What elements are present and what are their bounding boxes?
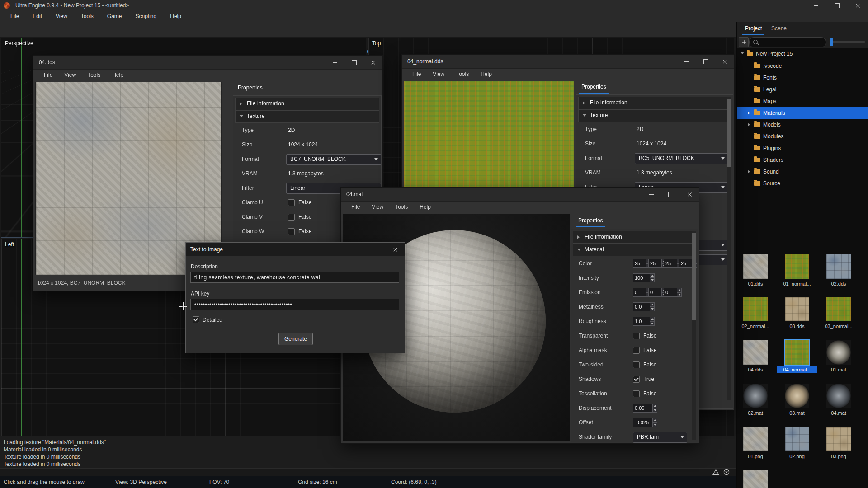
scrollbar[interactable] [727, 97, 731, 400]
scrollbar-thumb[interactable] [692, 233, 696, 320]
window-titlebar[interactable]: 04.dds [33, 56, 382, 70]
thumbnail-04-normal-selected[interactable] [785, 340, 809, 365]
thumbnail-01-dds[interactable] [743, 254, 768, 279]
tree-item-materials[interactable]: Materials [737, 107, 868, 119]
metalness-spinner[interactable]: 0.0 [633, 302, 655, 311]
clamp-u-checkbox[interactable] [288, 199, 295, 206]
maximize-button[interactable] [344, 56, 363, 69]
spin-up-icon[interactable] [677, 288, 682, 292]
scrollbar[interactable] [692, 231, 696, 440]
menu-tools[interactable]: Tools [82, 69, 106, 81]
close-button[interactable] [386, 243, 405, 256]
menu-tools[interactable]: Tools [450, 68, 475, 80]
dialog-titlebar[interactable]: Text to Image [186, 243, 405, 256]
window-titlebar[interactable]: 04.mat [341, 188, 699, 202]
menu-file[interactable]: File [406, 68, 427, 80]
tessellation-checkbox[interactable] [633, 390, 640, 397]
tree-item-legal[interactable]: Legal [737, 84, 868, 95]
close-button[interactable] [680, 188, 699, 201]
spin-up-icon[interactable] [652, 404, 657, 408]
scrollbar-thumb[interactable] [727, 99, 731, 167]
section-texture[interactable]: Texture [578, 109, 731, 122]
menu-edit[interactable]: Edit [26, 11, 49, 22]
tree-item-shaders[interactable]: Shaders [737, 154, 868, 166]
tree-item-maps[interactable]: Maps [737, 95, 868, 107]
tree-item-plugins[interactable]: Plugins [737, 142, 868, 154]
maximize-button[interactable] [826, 0, 847, 11]
thumbnail-03-normal[interactable] [826, 297, 851, 321]
chevron-right-icon[interactable] [748, 170, 750, 174]
spin-down-icon[interactable] [677, 292, 682, 297]
thumbnail-02-dds[interactable] [826, 254, 851, 279]
format-select[interactable]: BC7_UNORM_BLOCK [286, 154, 381, 165]
thumbnail-01-mat[interactable] [826, 340, 851, 365]
tree-item-modules[interactable]: Modules [737, 131, 868, 142]
menu-game[interactable]: Game [100, 11, 129, 22]
spin-down-icon[interactable] [652, 422, 657, 427]
displacement-spinner[interactable]: 0.05 [633, 404, 657, 413]
menu-file[interactable]: File [4, 11, 26, 22]
section-texture[interactable]: Texture [235, 110, 379, 123]
thumbnail-02-mat[interactable] [743, 384, 768, 408]
chevron-right-icon[interactable] [748, 123, 750, 127]
chevron-down-icon[interactable] [741, 52, 744, 54]
menu-help[interactable]: Help [106, 69, 129, 81]
tree-item-vscode[interactable]: .vscode [737, 60, 868, 72]
spin-up-icon[interactable] [652, 418, 657, 422]
tab-project[interactable]: Project [742, 24, 764, 35]
maximize-button[interactable] [661, 188, 680, 201]
two-sided-checkbox[interactable] [633, 361, 640, 368]
spin-up-icon[interactable] [650, 273, 655, 278]
menu-scripting[interactable]: Scripting [129, 11, 164, 22]
thumbnail-01-png[interactable] [743, 427, 768, 451]
section-material[interactable]: Material [573, 244, 696, 256]
menu-view[interactable]: View [366, 201, 389, 213]
thumbnail-03-mat[interactable] [785, 384, 809, 408]
thumbnail-04-mat[interactable] [826, 384, 851, 408]
thumbnail-01-normal[interactable] [785, 254, 809, 279]
slider-thumb[interactable] [830, 38, 833, 46]
tree-item-source[interactable]: Source [737, 178, 868, 189]
spin-up-icon[interactable] [650, 302, 655, 307]
roughness-spinner[interactable]: 1.0 [633, 317, 655, 326]
app-titlebar[interactable]: Ultra Engine 0.9.4 - New Project 15 - <u… [0, 0, 868, 11]
spin-up-icon[interactable] [650, 317, 655, 321]
shadows-checkbox[interactable] [633, 376, 640, 383]
minimize-button[interactable] [326, 56, 344, 69]
thumbnail-size-slider[interactable] [830, 41, 865, 43]
menu-tools[interactable]: Tools [74, 11, 100, 22]
search-input[interactable] [749, 37, 826, 47]
alpha-mask-checkbox[interactable] [633, 347, 640, 354]
shader-family-select[interactable]: PBR.fam [633, 432, 687, 443]
close-button[interactable] [363, 56, 382, 69]
tree-item-sound[interactable]: Sound [737, 166, 868, 178]
menu-help[interactable]: Help [163, 11, 188, 22]
minimize-button[interactable] [677, 55, 696, 68]
tree-item-fonts[interactable]: Fonts [737, 72, 868, 84]
thumbnail-partial[interactable] [743, 470, 768, 488]
menu-help[interactable]: Help [475, 68, 498, 80]
window-titlebar[interactable]: 04_normal.dds [402, 55, 734, 69]
format-select[interactable]: BC5_UNORM_BLOCK [635, 153, 728, 164]
section-file-information[interactable]: File Information [578, 97, 731, 109]
tab-properties[interactable]: Properties [576, 216, 605, 227]
menu-view[interactable]: View [427, 68, 450, 80]
minimize-button[interactable] [806, 0, 826, 11]
menu-view[interactable]: View [58, 69, 82, 81]
thumbnail-04-dds[interactable] [743, 340, 768, 365]
api-key-input[interactable] [190, 299, 399, 310]
tree-root[interactable]: New Project 15 [737, 48, 868, 60]
section-file-information[interactable]: File Information [573, 231, 696, 244]
add-asset-button[interactable] [739, 37, 749, 47]
emission-b-spinner[interactable]: 0 [664, 288, 682, 297]
close-button[interactable] [715, 55, 734, 68]
intensity-spinner[interactable]: 100 [633, 273, 655, 282]
close-button[interactable] [847, 0, 868, 11]
generate-button[interactable]: Generate [278, 333, 313, 345]
thumbnail-02-normal[interactable] [743, 297, 768, 321]
detailed-checkbox[interactable] [193, 316, 199, 323]
menu-help[interactable]: Help [414, 201, 437, 213]
minimize-button[interactable] [642, 188, 661, 201]
offset-spinner[interactable]: -0.025 [633, 418, 657, 427]
transparent-checkbox[interactable] [633, 333, 640, 339]
